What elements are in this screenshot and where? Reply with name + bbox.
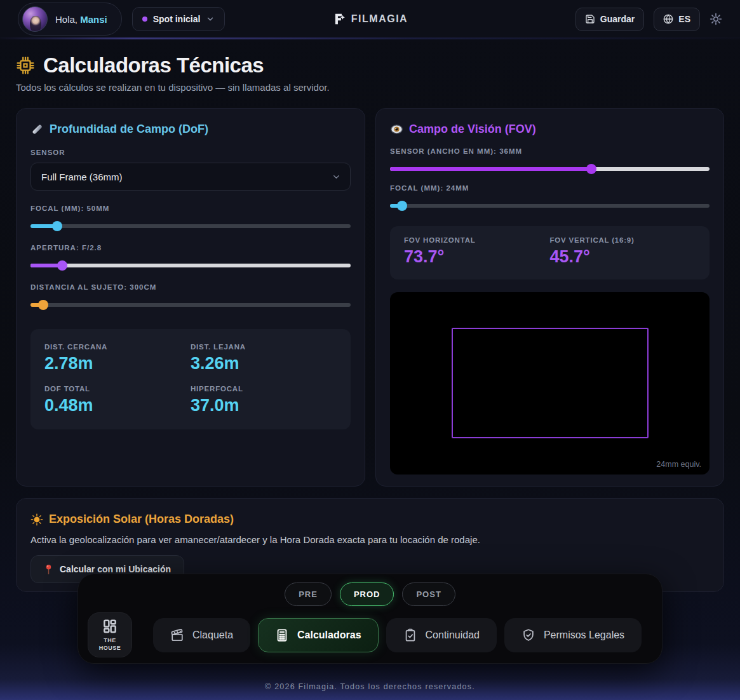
- fov-sensor-label: SENSOR (ANCHO EN MM): 36MM: [390, 147, 710, 155]
- avatar: [22, 6, 48, 32]
- brand-logo: FILMAGIA: [332, 12, 408, 26]
- clipboard-check-icon: [403, 628, 417, 642]
- aperture-slider[interactable]: [30, 260, 351, 271]
- focal-slider[interactable]: [30, 221, 351, 231]
- home-the-house-button[interactable]: THEHOUSE: [88, 612, 132, 657]
- lens-icon: [30, 123, 44, 136]
- calculator-icon: [275, 628, 289, 642]
- project-name: Spot inicial: [153, 14, 201, 24]
- app-page: Hola, Mansi Spot inicial FILMAGIA: [0, 0, 740, 700]
- chip-icon: [16, 56, 35, 75]
- aperture-label: APERTURA: F/2.8: [30, 244, 351, 252]
- shield-check-icon: [521, 628, 535, 642]
- eye-icon: [390, 123, 403, 136]
- sensor-select-value: Full Frame (36mm): [41, 172, 123, 182]
- solar-description: Activa la geolocalización para ver amane…: [30, 534, 710, 545]
- sensor-label: SENSOR: [30, 149, 351, 156]
- fov-focal-slider[interactable]: [390, 201, 710, 211]
- dof-result-far: DIST. LEJANA 3.26m: [191, 343, 337, 374]
- sun-icon: [30, 513, 43, 526]
- language-label: ES: [678, 14, 690, 24]
- fov-card-title: Campo de Visión (FOV): [409, 123, 536, 136]
- dof-results: DIST. CERCANA 2.78m DIST. LEJANA 3.26m D…: [30, 329, 351, 429]
- nav-item-calculadoras[interactable]: Calculadoras: [258, 618, 378, 652]
- language-button[interactable]: ES: [654, 8, 700, 31]
- page-title: Calculadoras Técnicas: [43, 53, 264, 77]
- chevron-down-icon: [206, 15, 215, 24]
- globe-icon: [663, 14, 673, 24]
- fov-focal-label: FOCAL (MM): 24MM: [390, 184, 710, 192]
- home-button-label: THEHOUSE: [99, 637, 121, 652]
- solar-card-title: Exposición Solar (Horas Doradas): [49, 513, 234, 526]
- tab-post[interactable]: POST: [402, 582, 455, 606]
- user-pill[interactable]: Hola, Mansi: [18, 3, 122, 36]
- map-pin-icon: [44, 564, 53, 575]
- focal-label: FOCAL (MM): 50MM: [30, 205, 351, 212]
- greeting-text: Hola, Mansi: [55, 14, 107, 25]
- tab-pre[interactable]: PRE: [285, 582, 332, 606]
- dashboard-grid-icon: [102, 618, 118, 635]
- clapperboard-icon: [170, 628, 184, 642]
- save-button[interactable]: Guardar: [575, 8, 644, 31]
- project-selector[interactable]: Spot inicial: [132, 7, 225, 31]
- distance-label: DISTANCIA AL SUJETO: 300CM: [30, 283, 351, 291]
- dof-result-near: DIST. CERCANA 2.78m: [44, 343, 191, 374]
- username: Mansi: [80, 14, 107, 25]
- theme-toggle-sun-icon[interactable]: [710, 13, 722, 25]
- save-icon: [585, 14, 595, 24]
- page-subtitle: Todos los cálculos se realizan en tu dis…: [16, 82, 724, 93]
- fov-preview-caption: 24mm equiv.: [656, 460, 701, 469]
- chevron-down-icon: [332, 172, 341, 182]
- tab-prod[interactable]: PROD: [340, 582, 394, 606]
- nav-item-label: Calculadoras: [297, 629, 361, 641]
- fov-card: Campo de Visión (FOV) SENSOR (ANCHO EN M…: [375, 108, 724, 487]
- dof-card-title: Profundidad de Campo (DoF): [50, 123, 208, 136]
- top-header: Hola, Mansi Spot inicial FILMAGIA: [0, 0, 740, 38]
- fov-sensor-slider[interactable]: [390, 164, 710, 174]
- nav-item-permisos-legales[interactable]: Permisos Legales: [504, 618, 642, 652]
- nav-item-claqueta[interactable]: Claqueta: [153, 618, 250, 652]
- filmagia-logo-icon: [332, 12, 346, 26]
- fov-result-vertical: FOV VERTICAL (16:9) 45.7°: [550, 236, 696, 267]
- bottom-navigation: PRE PROD POST THEHOUSE: [77, 574, 663, 664]
- fov-preview: 24mm equiv.: [390, 292, 710, 475]
- project-status-dot: [142, 17, 147, 22]
- fov-frame-rectangle: [452, 328, 649, 438]
- nav-item-label: Claqueta: [192, 629, 233, 641]
- brand-name: FILMAGIA: [351, 13, 408, 25]
- nav-item-label: Permisos Legales: [544, 629, 624, 641]
- nav-item-label: Continuidad: [426, 629, 480, 641]
- nav-item-continuidad[interactable]: Continuidad: [386, 618, 497, 652]
- fov-results: FOV HORIZONTAL 73.7° FOV VERTICAL (16:9)…: [390, 226, 710, 279]
- save-label: Guardar: [600, 14, 635, 24]
- sensor-select[interactable]: Full Frame (36mm): [30, 163, 351, 191]
- dof-card: Profundidad de Campo (DoF) SENSOR Full F…: [16, 108, 365, 487]
- distance-slider[interactable]: [30, 300, 351, 310]
- dof-result-hyperfocal: HIPERFOCAL 37.0m: [191, 385, 337, 415]
- geolocate-button-label: Calcular con mi Ubicación: [60, 564, 171, 574]
- footer-copyright: © 2026 Filmagia. Todos los derechos rese…: [0, 682, 740, 691]
- fov-result-horizontal: FOV HORIZONTAL 73.7°: [404, 236, 550, 267]
- dof-result-total: DOF TOTAL 0.48m: [44, 385, 191, 415]
- phase-tabs: PRE PROD POST: [78, 582, 662, 606]
